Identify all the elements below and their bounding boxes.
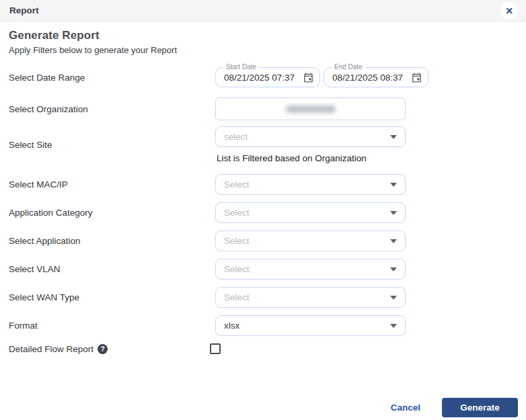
app-category-row: Application Category Select bbox=[9, 202, 517, 223]
chevron-down-icon bbox=[390, 183, 397, 187]
wan-type-select-placeholder: Select bbox=[224, 292, 390, 302]
end-date-value[interactable]: 08/21/2025 08:37 bbox=[332, 73, 411, 83]
application-row: Select Application Select bbox=[9, 230, 517, 251]
chevron-down-icon bbox=[390, 239, 397, 243]
site-select[interactable]: select bbox=[215, 126, 406, 147]
modal-body: Generate Report Apply Filters below to g… bbox=[0, 22, 526, 354]
mac-ip-select-placeholder: Select bbox=[224, 179, 390, 190]
date-range-row: Select Date Range Start Date 08/21/2025 … bbox=[9, 67, 517, 87]
application-select[interactable]: Select bbox=[215, 230, 406, 251]
chevron-down-icon bbox=[390, 267, 397, 271]
help-icon-glyph: ? bbox=[100, 345, 105, 353]
site-label: Select Site bbox=[9, 140, 215, 150]
chevron-down-icon bbox=[390, 324, 397, 328]
vlan-row: Select VLAN Select bbox=[9, 259, 517, 280]
site-filter-note: List is Filtered based on Organization bbox=[217, 153, 517, 163]
close-button[interactable]: ✕ bbox=[500, 2, 518, 19]
page-subtitle: Apply Filters below to generate your Rep… bbox=[9, 45, 517, 55]
app-category-select[interactable]: Select bbox=[215, 202, 406, 223]
end-date-field[interactable]: End Date 08/21/2025 08:37 bbox=[324, 67, 428, 87]
modal-header: Report ✕ bbox=[0, 0, 526, 22]
help-icon[interactable]: ? bbox=[98, 344, 108, 354]
vlan-select[interactable]: Select bbox=[215, 259, 406, 280]
vlan-label: Select VLAN bbox=[9, 264, 215, 274]
vlan-select-placeholder: Select bbox=[224, 264, 390, 274]
organization-label: Select Organization bbox=[9, 104, 215, 114]
calendar-icon[interactable] bbox=[411, 72, 422, 83]
organization-row: Select Organization bbox=[9, 97, 517, 120]
modal-title: Report bbox=[9, 5, 39, 15]
page-title: Generate Report bbox=[9, 29, 517, 42]
chevron-down-icon bbox=[390, 211, 397, 215]
calendar-icon[interactable] bbox=[303, 72, 314, 83]
site-row: Select Site select List is Filtered base… bbox=[9, 126, 517, 163]
report-filter-form: Select Date Range Start Date 08/21/2025 … bbox=[9, 67, 517, 354]
application-label: Select Application bbox=[9, 236, 215, 246]
wan-type-row: Select WAN Type Select bbox=[9, 287, 517, 308]
app-category-select-placeholder: Select bbox=[224, 208, 390, 218]
mac-ip-row: Select MAC/IP Select bbox=[9, 174, 517, 195]
application-select-placeholder: Select bbox=[224, 236, 390, 246]
organization-input[interactable] bbox=[215, 97, 406, 120]
end-date-floating-label: End Date bbox=[332, 63, 365, 71]
start-date-value[interactable]: 08/21/2025 07:37 bbox=[224, 73, 303, 83]
start-date-floating-label: Start Date bbox=[223, 63, 259, 71]
close-icon: ✕ bbox=[505, 5, 513, 16]
format-select-value: xlsx bbox=[224, 321, 390, 331]
app-category-label: Application Category bbox=[9, 208, 215, 218]
chevron-down-icon bbox=[390, 135, 397, 139]
format-select[interactable]: xlsx bbox=[215, 315, 406, 336]
wan-type-select[interactable]: Select bbox=[215, 287, 406, 308]
generate-button[interactable]: Generate bbox=[442, 398, 518, 417]
mac-ip-label: Select MAC/IP bbox=[9, 179, 215, 190]
detailed-flow-checkbox[interactable] bbox=[210, 343, 221, 354]
detailed-flow-label: Detailed Flow Report bbox=[9, 344, 93, 354]
date-range-label: Select Date Range bbox=[9, 73, 215, 83]
start-date-field[interactable]: Start Date 08/21/2025 07:37 bbox=[215, 67, 320, 87]
site-select-placeholder: select bbox=[224, 132, 390, 142]
chevron-down-icon bbox=[390, 296, 397, 300]
modal-footer: Cancel Generate bbox=[391, 398, 518, 417]
format-row: Format xlsx bbox=[9, 315, 517, 336]
format-label: Format bbox=[9, 321, 215, 331]
organization-value-obscured bbox=[286, 106, 336, 113]
wan-type-label: Select WAN Type bbox=[9, 292, 215, 302]
mac-ip-select[interactable]: Select bbox=[215, 174, 406, 195]
cancel-button[interactable]: Cancel bbox=[391, 403, 420, 413]
detailed-flow-row: Detailed Flow Report ? bbox=[9, 343, 517, 354]
